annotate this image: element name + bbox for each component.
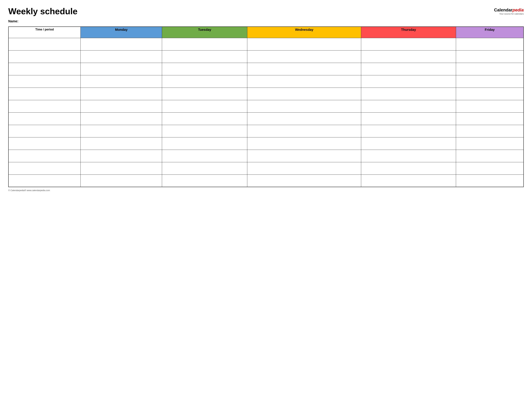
page-title: Weekly schedule xyxy=(8,7,77,16)
header-wednesday: Wednesday xyxy=(247,27,361,38)
schedule-cell[interactable] xyxy=(456,50,524,63)
logo: Calendarpedia Your source for calendars xyxy=(494,7,524,15)
table-row xyxy=(8,150,524,162)
table-row xyxy=(8,100,524,112)
schedule-cell[interactable] xyxy=(456,137,524,150)
schedule-cell[interactable] xyxy=(81,38,162,50)
schedule-cell[interactable] xyxy=(81,125,162,137)
schedule-cell[interactable] xyxy=(247,162,361,174)
table-row xyxy=(8,75,524,88)
schedule-cell[interactable] xyxy=(162,50,247,63)
table-row xyxy=(8,50,524,63)
schedule-cell[interactable] xyxy=(456,174,524,187)
schedule-cell[interactable] xyxy=(247,75,361,88)
schedule-cell[interactable] xyxy=(81,112,162,125)
header-thursday: Thursday xyxy=(361,27,456,38)
schedule-cell[interactable] xyxy=(456,38,524,50)
table-row xyxy=(8,63,524,75)
schedule-cell[interactable] xyxy=(162,63,247,75)
header-friday: Friday xyxy=(456,27,524,38)
schedule-cell[interactable] xyxy=(162,150,247,162)
schedule-cell[interactable] xyxy=(456,88,524,100)
table-header-row: Time / period Monday Tuesday Wednesday T… xyxy=(8,27,524,38)
logo-tagline: Your source for calendars xyxy=(494,13,524,15)
footer-text: © Calendarpedia® www.calendarpedia.com xyxy=(8,189,50,191)
schedule-cell[interactable] xyxy=(81,174,162,187)
schedule-cell[interactable] xyxy=(162,137,247,150)
schedule-cell[interactable] xyxy=(456,162,524,174)
schedule-cell[interactable] xyxy=(81,162,162,174)
schedule-cell[interactable] xyxy=(456,100,524,112)
schedule-cell[interactable] xyxy=(361,137,456,150)
schedule-cell[interactable] xyxy=(81,50,162,63)
schedule-cell[interactable] xyxy=(162,174,247,187)
schedule-cell[interactable] xyxy=(162,125,247,137)
schedule-cell[interactable] xyxy=(456,125,524,137)
schedule-cell[interactable] xyxy=(247,63,361,75)
schedule-cell[interactable] xyxy=(247,150,361,162)
schedule-cell[interactable] xyxy=(247,112,361,125)
schedule-cell[interactable] xyxy=(361,112,456,125)
schedule-cell[interactable] xyxy=(361,63,456,75)
schedule-cell[interactable] xyxy=(247,125,361,137)
schedule-cell[interactable] xyxy=(456,150,524,162)
header-monday: Monday xyxy=(81,27,162,38)
schedule-cell[interactable] xyxy=(247,88,361,100)
time-cell[interactable] xyxy=(8,63,81,75)
table-row xyxy=(8,88,524,100)
schedule-cell[interactable] xyxy=(247,38,361,50)
time-cell[interactable] xyxy=(8,137,81,150)
schedule-cell[interactable] xyxy=(162,100,247,112)
schedule-cell[interactable] xyxy=(81,88,162,100)
schedule-cell[interactable] xyxy=(361,75,456,88)
schedule-cell[interactable] xyxy=(162,88,247,100)
header-time: Time / period xyxy=(8,27,81,38)
schedule-cell[interactable] xyxy=(162,112,247,125)
time-cell[interactable] xyxy=(8,125,81,137)
table-row xyxy=(8,112,524,125)
table-row xyxy=(8,137,524,150)
schedule-cell[interactable] xyxy=(81,75,162,88)
schedule-cell[interactable] xyxy=(361,50,456,63)
schedule-cell[interactable] xyxy=(361,125,456,137)
schedule-cell[interactable] xyxy=(81,150,162,162)
schedule-cell[interactable] xyxy=(361,88,456,100)
schedule-table: Time / period Monday Tuesday Wednesday T… xyxy=(8,26,524,187)
schedule-cell[interactable] xyxy=(456,75,524,88)
schedule-cell[interactable] xyxy=(247,50,361,63)
time-cell[interactable] xyxy=(8,162,81,174)
schedule-body xyxy=(8,38,524,187)
footer: © Calendarpedia® www.calendarpedia.com xyxy=(8,189,524,191)
schedule-cell[interactable] xyxy=(361,100,456,112)
schedule-cell[interactable] xyxy=(81,100,162,112)
schedule-cell[interactable] xyxy=(456,112,524,125)
schedule-cell[interactable] xyxy=(247,100,361,112)
schedule-cell[interactable] xyxy=(361,162,456,174)
time-cell[interactable] xyxy=(8,174,81,187)
schedule-cell[interactable] xyxy=(81,63,162,75)
schedule-cell[interactable] xyxy=(162,38,247,50)
schedule-cell[interactable] xyxy=(247,174,361,187)
time-cell[interactable] xyxy=(8,50,81,63)
schedule-cell[interactable] xyxy=(456,63,524,75)
time-cell[interactable] xyxy=(8,100,81,112)
name-label: Name: xyxy=(8,19,524,23)
time-cell[interactable] xyxy=(8,75,81,88)
schedule-cell[interactable] xyxy=(361,38,456,50)
logo-pedia-part: pedia xyxy=(513,7,524,13)
schedule-cell[interactable] xyxy=(247,137,361,150)
time-cell[interactable] xyxy=(8,38,81,50)
schedule-cell[interactable] xyxy=(162,162,247,174)
table-row xyxy=(8,162,524,174)
time-cell[interactable] xyxy=(8,150,81,162)
schedule-cell[interactable] xyxy=(361,174,456,187)
schedule-cell[interactable] xyxy=(162,75,247,88)
header-tuesday: Tuesday xyxy=(162,27,247,38)
logo-calendar-part: Calendar xyxy=(494,7,513,13)
table-row xyxy=(8,38,524,50)
page-header: Weekly schedule Calendarpedia Your sourc… xyxy=(8,7,524,16)
time-cell[interactable] xyxy=(8,88,81,100)
schedule-cell[interactable] xyxy=(361,150,456,162)
schedule-cell[interactable] xyxy=(81,137,162,150)
time-cell[interactable] xyxy=(8,112,81,125)
